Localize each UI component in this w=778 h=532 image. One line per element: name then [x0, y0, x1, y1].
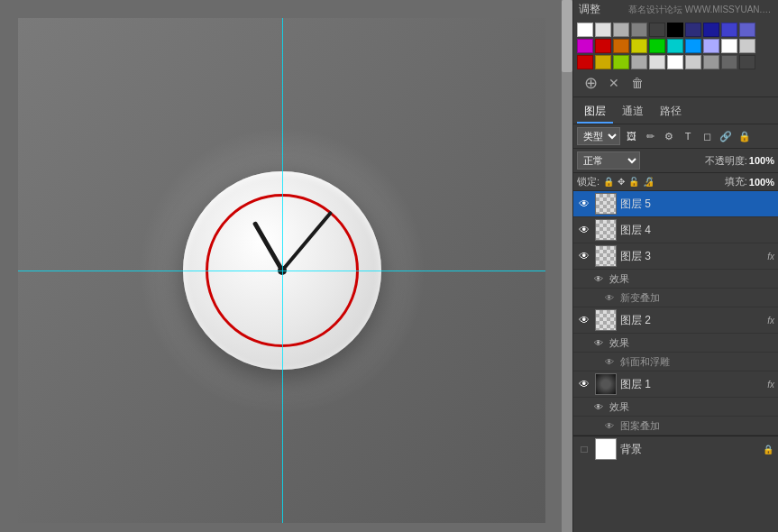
lock-icon-3[interactable]: 🔓 — [628, 177, 639, 187]
layer-1-pattern-label: 图案叠加 — [620, 419, 660, 433]
swatch[interactable] — [721, 39, 737, 53]
fill-group: 填充: 100% — [725, 175, 774, 188]
swatch[interactable] — [739, 55, 755, 69]
swatch[interactable] — [703, 23, 719, 37]
filter-icon-4[interactable]: T — [680, 128, 696, 144]
swatch-clear-icon[interactable]: ✕ — [604, 73, 624, 93]
swatch[interactable] — [685, 39, 701, 53]
right-panel: 调整 慕名设计论坛 WWW.MISSYUAN.COM — [572, 0, 778, 532]
swatch[interactable] — [595, 23, 611, 37]
canvas-scrollbar[interactable] — [562, 0, 572, 532]
opacity-group: 不透明度: 100% — [705, 154, 774, 168]
lock-label: 锁定: — [577, 175, 600, 188]
canvas-inner — [18, 18, 545, 523]
swatch[interactable] — [577, 55, 593, 69]
tab-channels[interactable]: 通道 — [615, 101, 651, 124]
layer-4-eye[interactable]: 👁 — [577, 223, 591, 237]
swatch[interactable] — [667, 39, 683, 53]
swatch[interactable] — [685, 55, 701, 69]
swatches-row-2 — [577, 39, 774, 53]
swatch[interactable] — [577, 39, 593, 53]
lock-icon-1[interactable]: 🔒 — [603, 177, 614, 187]
panel-title: 调整 — [579, 2, 600, 17]
layer-3-thumb — [595, 245, 617, 267]
layer-3-gradient-row[interactable]: 👁 新变叠加 — [573, 289, 778, 307]
background-layer[interactable]: □ 背景 🔒 — [573, 436, 778, 462]
layer-4-name: 图层 4 — [620, 223, 774, 238]
layer-3-effect-eye[interactable]: 👁 — [591, 271, 606, 286]
filter-icon-5[interactable]: ◻ — [699, 128, 715, 144]
layer-1-pattern-row[interactable]: 👁 图案叠加 — [573, 417, 778, 436]
swatch[interactable] — [685, 23, 701, 37]
layer-2-eye[interactable]: 👁 — [577, 313, 591, 327]
swatch[interactable] — [649, 23, 665, 37]
layer-1-eye[interactable]: 👁 — [577, 377, 591, 391]
swatch[interactable] — [667, 23, 683, 37]
layer-3-effect-row[interactable]: 👁 效果 — [573, 270, 778, 289]
filter-icon-6[interactable]: 🔗 — [718, 128, 734, 144]
layer-item-2[interactable]: 👁 图层 2 fx — [573, 307, 778, 334]
filter-icon-1[interactable]: 🖼 — [623, 128, 639, 144]
swatch[interactable] — [649, 55, 665, 69]
swatch[interactable] — [595, 39, 611, 53]
swatch[interactable] — [703, 55, 719, 69]
tab-layers[interactable]: 图层 — [577, 101, 613, 124]
canvas-area — [0, 0, 572, 532]
filter-icon-7[interactable]: 🔒 — [737, 128, 753, 144]
filter-icon-2[interactable]: ✏ — [642, 128, 658, 144]
bg-thumb — [595, 438, 617, 460]
lock-icon-2[interactable]: ✥ — [618, 177, 625, 187]
scrollbar-thumb[interactable] — [562, 0, 572, 72]
swatch[interactable] — [667, 55, 683, 69]
layer-5-eye[interactable]: 👁 — [577, 197, 591, 211]
opacity-value: 100% — [749, 155, 774, 166]
bg-name: 背景 — [620, 442, 758, 457]
layer-item-3[interactable]: 👁 图层 3 fx — [573, 243, 778, 270]
swatch[interactable] — [631, 55, 647, 69]
swatch[interactable] — [721, 55, 737, 69]
layer-5-name: 图层 5 — [620, 197, 774, 212]
layer-1-effect-eye[interactable]: 👁 — [591, 399, 606, 414]
blend-opacity-row: 正常 不透明度: 100% — [573, 149, 778, 173]
blend-mode-select[interactable]: 正常 — [577, 151, 640, 170]
filter-icon-3[interactable]: ⚙ — [661, 128, 677, 144]
layer-2-effect-label: 效果 — [609, 336, 629, 350]
swatch[interactable] — [721, 23, 737, 37]
watermark-text: 慕名设计论坛 WWW.MISSYUAN.COM — [628, 4, 773, 16]
lock-fill-row: 锁定: 🔒 ✥ 🔓 🔏 填充: 100% — [573, 173, 778, 191]
swatch[interactable] — [703, 39, 719, 53]
lock-icon-4[interactable]: 🔏 — [643, 177, 654, 187]
swatch-add-icon[interactable]: ⊕ — [581, 73, 600, 93]
layer-2-fx: fx — [767, 316, 774, 326]
layer-2-thumb — [595, 309, 617, 331]
layer-3-gradient-eye[interactable]: 👁 — [602, 290, 617, 305]
layer-item-1[interactable]: 👁 图层 1 fx — [573, 371, 778, 398]
layer-3-eye[interactable]: 👁 — [577, 249, 591, 263]
layer-2-bevel-eye[interactable]: 👁 — [602, 354, 617, 369]
swatch[interactable] — [613, 23, 629, 37]
swatch[interactable] — [577, 23, 593, 37]
tab-paths[interactable]: 路径 — [653, 101, 689, 124]
swatch[interactable] — [739, 23, 755, 37]
bg-eye[interactable]: □ — [577, 442, 591, 456]
layer-1-effect-label: 效果 — [609, 400, 629, 414]
swatch[interactable] — [649, 39, 665, 53]
layer-1-pattern-eye[interactable]: 👁 — [602, 418, 617, 433]
layer-item-4[interactable]: 👁 图层 4 — [573, 217, 778, 243]
swatch[interactable] — [631, 39, 647, 53]
layer-2-bevel-row[interactable]: 👁 斜面和浮雕 — [573, 353, 778, 371]
swatch[interactable] — [739, 39, 755, 53]
type-filter-select[interactable]: 类型 — [577, 127, 620, 145]
swatch-trash-icon[interactable]: 🗑 — [627, 73, 647, 93]
layer-2-name: 图层 2 — [620, 313, 764, 328]
swatch[interactable] — [613, 39, 629, 53]
layer-2-effect-eye[interactable]: 👁 — [591, 335, 606, 350]
layer-2-effect-row[interactable]: 👁 效果 — [573, 334, 778, 353]
swatch[interactable] — [631, 23, 647, 37]
layer-item-5[interactable]: 👁 图层 5 — [573, 191, 778, 217]
swatch[interactable] — [613, 55, 629, 69]
swatch[interactable] — [595, 55, 611, 69]
layer-5-thumb — [595, 193, 617, 215]
layer-3-effect-label: 效果 — [609, 272, 629, 286]
layer-1-effect-row[interactable]: 👁 效果 — [573, 398, 778, 417]
